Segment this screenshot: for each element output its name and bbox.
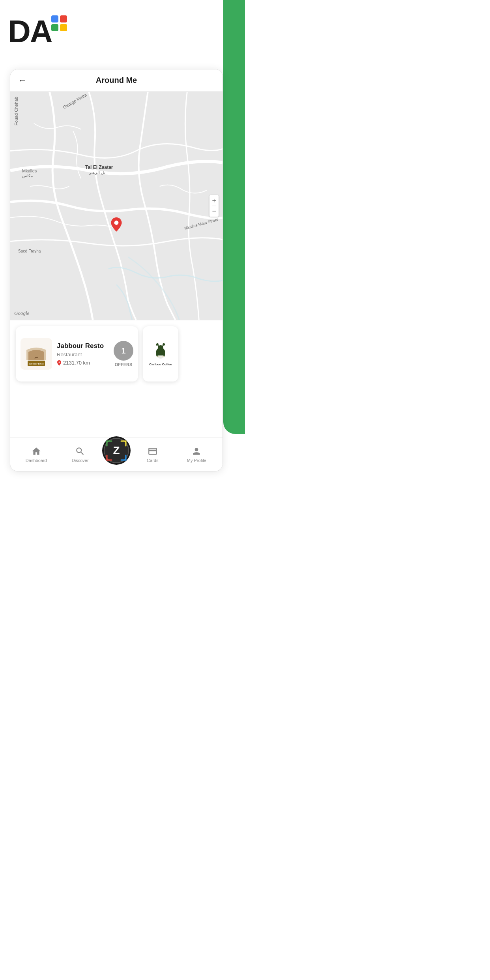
nav-item-profile[interactable]: My Profile [175, 446, 219, 463]
restaurant-card-jabbour[interactable]: Jabbour Resto جبور Jabbour Resto Restaur… [16, 326, 138, 382]
map-label-mkalles-ar: مكلس [22, 174, 33, 178]
nav-item-cards[interactable]: Cards [131, 446, 175, 463]
location-pin [110, 217, 122, 232]
back-button[interactable]: ← [18, 75, 27, 86]
svg-rect-3 [60, 24, 67, 31]
offers-count: 1 [114, 341, 133, 361]
map-label-tal-ar: تل الزعتر [89, 170, 105, 175]
svg-rect-0 [51, 15, 58, 22]
nav-label-dashboard: Dashboard [26, 458, 47, 463]
phone-card: ← Around Me [10, 69, 223, 471]
app-header: ← Around Me [10, 69, 223, 92]
map-label-fouad: Fouad Chehab [14, 97, 19, 125]
google-watermark: Google [14, 310, 29, 316]
nav-label-cards: Cards [147, 458, 158, 463]
bottom-nav: Dashboard Discover [10, 438, 223, 471]
restaurant-distance: 2131.70 km [57, 360, 109, 366]
svg-rect-12 [157, 355, 164, 359]
map-label-saed: Saed Frayha [18, 249, 41, 253]
restaurant-info-jabbour: Jabbour Resto Restaurant 2131.70 km [57, 342, 109, 366]
zoom-out[interactable]: − [212, 206, 216, 215]
svg-rect-1 [60, 15, 67, 22]
page-title: Around Me [96, 76, 137, 85]
offers-badge: 1 OFFERS [114, 341, 133, 367]
map-area[interactable]: George Matta Fouad Chehab Mkalles مكلس T… [10, 92, 223, 320]
map-svg [10, 92, 223, 320]
nav-label-profile: My Profile [187, 458, 206, 463]
search-icon [75, 446, 85, 456]
location-icon [57, 360, 62, 366]
restaurant-card-caribou[interactable]: Caribou Coffee [143, 326, 178, 382]
caribou-name: Caribou Coffee [149, 363, 172, 367]
house-icon [31, 446, 41, 456]
jabbour-logo: Jabbour Resto جبور [21, 338, 52, 370]
nav-item-discover[interactable]: Discover [58, 446, 103, 463]
restaurant-name: Jabbour Resto [57, 342, 109, 350]
svg-rect-2 [51, 24, 58, 31]
caribou-icon [151, 341, 170, 361]
map-label-mkalles-en: Mkalles [22, 168, 37, 173]
map-label-tal-en: Tal El Zaatar [85, 165, 113, 170]
offers-label: OFFERS [115, 362, 133, 367]
logo-text: DA [8, 16, 52, 47]
svg-rect-4 [10, 92, 223, 320]
card-icon [148, 446, 158, 456]
z-button-frame [104, 438, 129, 463]
nav-item-dashboard[interactable]: Dashboard [14, 446, 58, 463]
z-button-inner: Z [104, 438, 129, 463]
logo-icon [48, 14, 72, 37]
zoom-in[interactable]: + [212, 197, 216, 206]
svg-point-5 [114, 221, 119, 225]
z-button[interactable]: Z [102, 436, 131, 465]
green-sidebar [223, 0, 245, 434]
nav-label-discover: Discover [72, 458, 89, 463]
restaurant-type: Restaurant [57, 352, 109, 357]
svg-text:Jabbour Resto: Jabbour Resto [29, 363, 43, 365]
map-zoom-controls[interactable]: + − [209, 195, 219, 217]
person-icon [191, 446, 202, 456]
cards-section[interactable]: Jabbour Resto جبور Jabbour Resto Restaur… [10, 320, 223, 387]
logo-area: DA [8, 16, 72, 47]
caribou-preview: Caribou Coffee [145, 337, 176, 370]
